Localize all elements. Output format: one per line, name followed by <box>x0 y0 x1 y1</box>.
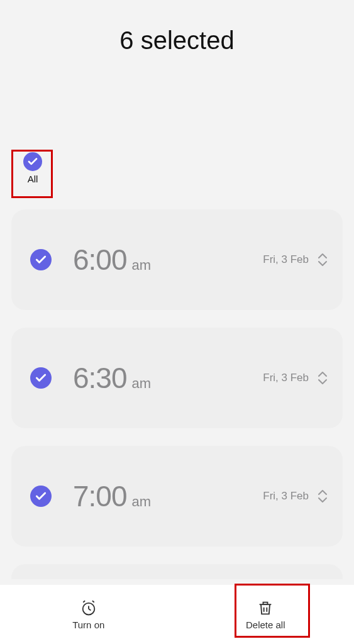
chevron-down-icon <box>318 497 328 503</box>
check-icon <box>23 152 42 171</box>
page-title: 6 selected <box>0 26 354 55</box>
reorder-handle[interactable] <box>318 253 328 267</box>
alarm-time-ampm: am <box>132 375 152 392</box>
alarm-time-value: 6:30 <box>73 361 127 395</box>
svg-line-2 <box>89 609 91 610</box>
alarm-date: Fri, 3 Feb <box>263 372 309 384</box>
alarm-date: Fri, 3 Feb <box>263 490 309 502</box>
alarm-time-ampm: am <box>132 257 152 274</box>
svg-line-4 <box>92 601 94 602</box>
chevron-down-icon <box>318 379 328 385</box>
turn-on-label: Turn on <box>72 619 104 630</box>
alarm-item[interactable]: 6:00 am Fri, 3 Feb <box>11 209 343 310</box>
reorder-handle[interactable] <box>318 489 328 503</box>
check-icon[interactable] <box>30 367 52 389</box>
check-icon[interactable] <box>30 249 52 270</box>
alarm-item-partial <box>11 564 343 579</box>
chevron-down-icon <box>318 260 328 267</box>
alarm-item[interactable]: 6:30 am Fri, 3 Feb <box>11 328 343 428</box>
check-icon[interactable] <box>30 486 52 507</box>
alarm-time: 6:30 am <box>73 361 263 395</box>
select-all-toggle[interactable]: All <box>15 152 50 184</box>
bottom-bar: Turn on Delete all <box>0 585 354 644</box>
alarm-time-value: 7:00 <box>73 479 127 513</box>
alarm-time: 6:00 am <box>73 243 263 277</box>
header: 6 selected <box>0 0 354 55</box>
alarm-list: 6:00 am Fri, 3 Feb 6:30 am Fri, 3 Feb 7:… <box>11 209 343 579</box>
alarm-time-ampm: am <box>132 494 152 510</box>
chevron-up-icon <box>318 253 328 259</box>
turn-on-button[interactable]: Turn on <box>0 585 177 644</box>
chevron-up-icon <box>318 371 328 377</box>
alarm-date: Fri, 3 Feb <box>263 253 309 266</box>
alarm-item[interactable]: 7:00 am Fri, 3 Feb <box>11 446 343 547</box>
trash-icon <box>257 599 274 617</box>
alarm-clock-icon <box>80 599 97 617</box>
reorder-handle[interactable] <box>318 371 328 385</box>
alarm-time-value: 6:00 <box>73 243 127 277</box>
delete-all-label: Delete all <box>246 619 285 630</box>
svg-line-3 <box>83 601 85 602</box>
alarm-time: 7:00 am <box>73 479 263 513</box>
select-all-label: All <box>15 174 50 184</box>
chevron-up-icon <box>318 489 328 496</box>
delete-all-button[interactable]: Delete all <box>177 585 355 644</box>
